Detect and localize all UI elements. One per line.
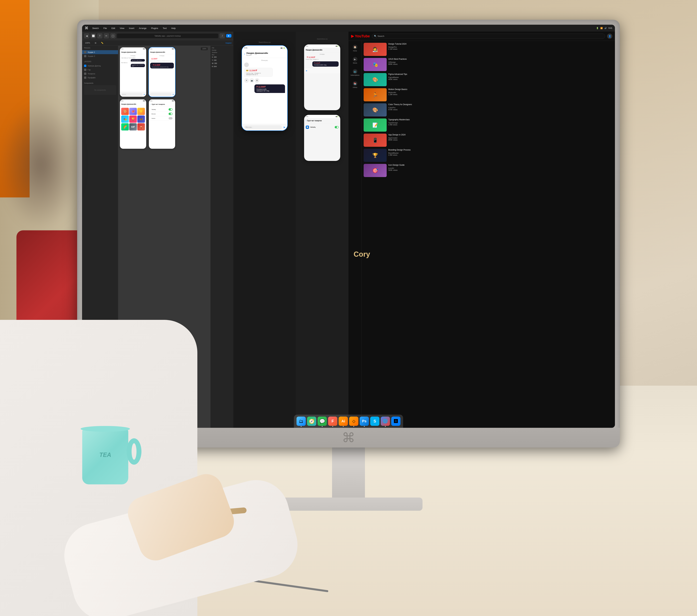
medium-phone-settings[interactable]: 9:41 ▮▮🔋 ‹ Груп чат тохиргоо 💬 Talkt: [304, 115, 340, 161]
menu-file[interactable]: File: [102, 27, 108, 30]
medium-bubble-msg: Нэхэмжлэлийн тэмд.: [314, 64, 337, 65]
menu-sketch[interactable]: Sketch: [91, 27, 100, 30]
menu-text[interactable]: Text: [161, 27, 168, 30]
menu-edit[interactable]: Edit: [110, 27, 116, 30]
menu-view[interactable]: View: [118, 27, 125, 30]
dock-messages-icon[interactable]: 💬: [317, 416, 327, 426]
dock-safari-icon[interactable]: 🧭: [307, 416, 316, 426]
medium-settings-header: ‹ Груп чат тохиргоо: [304, 118, 340, 123]
back-icon[interactable]: ‹: [150, 103, 151, 105]
menu-arrange[interactable]: Arrange: [138, 27, 148, 30]
yt-video-9[interactable]: 🎯 Icon Design Guide IconArt 560K views: [364, 164, 613, 177]
grid-toggle[interactable]: ⊞: [94, 41, 98, 45]
ruler-toggle[interactable]: 📏: [100, 41, 104, 45]
sticker-5[interactable]: 🏆: [129, 116, 137, 123]
yt-thumb-7: 📱: [364, 134, 387, 147]
layer-home[interactable]: Гэр: [82, 68, 118, 72]
toggle-2[interactable]: [168, 113, 173, 115]
apple-menu-icon[interactable]: ⌘: [85, 26, 88, 30]
yt-views-7: 890K views: [388, 139, 613, 141]
dock-finder-icon[interactable]: 🗂: [297, 416, 306, 426]
center-price-desc: Санхүү Цд + Нандин тнхамааралтай ам тн.: [246, 72, 271, 75]
toolbar-btn-arrow[interactable]: ◀: [84, 33, 89, 39]
medium-phone-payment[interactable]: 9:41 ▮▮🔋 Нандин Дамжаагийн Өнөөдөр ₮ 12,…: [304, 44, 340, 110]
sticker-4[interactable]: 🎭: [121, 116, 129, 123]
phone-mockup-stickers[interactable]: 9:41 ▮▮▮ Нандин Дамжаагийн 🎨 🐙: [120, 99, 146, 149]
yt-title-7: App Design in 2024: [388, 134, 613, 136]
dock-chrome-icon[interactable]: 🌐: [381, 416, 390, 426]
toolbar-btn-frame[interactable]: ⬜: [91, 33, 96, 39]
mug-handle: [127, 438, 142, 465]
phone-mockup-settings[interactable]: 9:41 ▮▮▮ ‹ Груп чат тохиргоо: [149, 99, 175, 149]
status-bar-2: 9:41 ▮▮▮: [149, 47, 175, 50]
yt-channel-7: AppCreator: [388, 137, 613, 139]
dock-sketch-icon[interactable]: ◇: [349, 416, 358, 426]
toggle-3[interactable]: [168, 117, 173, 119]
toggle-1[interactable]: [168, 108, 173, 111]
yt-video-2[interactable]: 🎭 UI/UX Best Practices UIDesign 890K vie…: [364, 58, 613, 71]
send-icon-1[interactable]: ➤: [144, 93, 145, 95]
yt-video-6[interactable]: 📝 Typography Masterclass TypeDesign 3.4M…: [364, 118, 613, 132]
dock-photoshop-icon[interactable]: Ps: [360, 416, 369, 426]
sticker-2[interactable]: 🐙: [129, 108, 137, 115]
sticker-8[interactable]: GIF: [129, 123, 137, 131]
center-mic-icon[interactable]: 🎙: [255, 78, 259, 83]
yt-video-3[interactable]: 🎨 Figma Advanced Tips FigmaMaster 450K v…: [364, 73, 613, 86]
medium-send-icon[interactable]: ➤: [306, 70, 307, 72]
yt-video-7[interactable]: 📱 App Design in 2024 AppCreator 890K vie…: [364, 134, 613, 147]
center-back-icon[interactable]: ‹: [244, 53, 245, 56]
center-send-icon[interactable]: ➤: [283, 126, 285, 129]
dock-figma-icon[interactable]: F: [328, 416, 337, 426]
dock-skype-icon[interactable]: S: [370, 416, 380, 426]
page-2-layer[interactable]: Хуудас 2: [82, 54, 118, 58]
sticker-6[interactable]: 🦋: [137, 116, 145, 123]
sticker-3[interactable]: 💛: [137, 108, 145, 115]
medium-toggle-1[interactable]: [335, 126, 339, 128]
yt-content-area: 🏠 Home ▶ Shorts 📺 Subscriptions: [348, 41, 615, 428]
center-attach-icon[interactable]: +: [244, 78, 249, 83]
yt-nav-shorts[interactable]: ▶ Shorts: [352, 56, 359, 65]
page-1-layer[interactable]: Хуудас 1: [82, 50, 118, 54]
yt-video-8[interactable]: 🏆 Branding Design Process BrandMaster 2.…: [364, 149, 613, 162]
yt-nav-library[interactable]: 📚 Library: [352, 80, 359, 89]
center-camera-icon[interactable]: 📷: [250, 78, 254, 83]
layer-settings[interactable]: Тохиргоо: [82, 72, 118, 76]
layer-profile[interactable]: Профайл: [82, 76, 118, 79]
dock-illustrator-icon[interactable]: Ai: [339, 416, 348, 426]
toolbar-btn-text[interactable]: T: [97, 33, 102, 39]
message-input-1[interactable]: Мессеж...: [121, 93, 143, 96]
toolbar-btn-shape[interactable]: ◯: [110, 33, 116, 39]
menu-insert[interactable]: Insert: [128, 27, 136, 30]
yt-video-5[interactable]: 🎨 Color Theory for Designers ColorPro 67…: [364, 103, 613, 117]
sticker-1[interactable]: 🎨: [121, 108, 129, 115]
macos-dock: 🗂 🧭 💬 F Ai ◇: [294, 415, 403, 428]
layer-chat[interactable]: Нэвтрэх Дэлгэц: [82, 64, 118, 68]
yt-nav-subs[interactable]: 📺 Subscriptions: [349, 68, 361, 77]
menu-help[interactable]: Help: [170, 27, 177, 30]
yt-video-1[interactable]: 👩‍🎨 Design Tutorial 2024 DesignPro 2.1M …: [364, 43, 613, 56]
yt-library-label: Library: [353, 87, 357, 88]
medium-back[interactable]: ‹: [306, 119, 307, 122]
toolbar-btn-pen[interactable]: ✏: [104, 33, 109, 39]
dock-appstore-icon[interactable]: 🅰: [391, 416, 400, 426]
send-icon-2[interactable]: ➤: [173, 93, 174, 95]
sticker-7[interactable]: 🌈: [121, 123, 129, 131]
youtube-logo[interactable]: ▶ YouTube: [351, 34, 370, 38]
phone-mockup-payment[interactable]: 9:41 ▮▮▮ Нандин Дамжаагийн Өнөөдөр 12,50…: [149, 47, 175, 97]
center-phone-frame[interactable]: 9:41 ▮▮ 🔋 ‹ Нандин Дамжаагийн Бүлэгт: [242, 45, 288, 131]
yt-nav-home[interactable]: 🏠 Home: [352, 43, 359, 53]
center-message-input[interactable]: Мессеж...: [244, 126, 282, 129]
sent-msg-container: ₮ 12,500₮ Нэхэмжлэлийнхамааралтай тэмд.: [254, 84, 285, 93]
yt-user-avatar[interactable]: 👤: [607, 33, 612, 39]
sticker-9[interactable]: 🎪: [137, 123, 145, 131]
zoom-control[interactable]: 100%: [84, 41, 91, 45]
yt-search-bar[interactable]: 🔍 Search: [372, 33, 605, 39]
phone-mockup-chat[interactable]: 9:41 ▮▮▮ Нандин Дамжаагийн Өнөөдөр Сайн …: [120, 47, 146, 97]
preview-button[interactable]: ▶: [226, 34, 232, 38]
toolbar-btn-share[interactable]: ⤴: [220, 33, 225, 39]
inspect-tab[interactable]: Inspect: [226, 42, 232, 44]
message-input-2[interactable]: [150, 93, 172, 96]
yt-video-4[interactable]: 🏃 Motion Design Basics MotionArt 1.2M vi…: [364, 88, 613, 101]
menu-plugins[interactable]: Plugins: [150, 27, 160, 30]
yt-views-6: 3.4M views: [388, 124, 613, 126]
